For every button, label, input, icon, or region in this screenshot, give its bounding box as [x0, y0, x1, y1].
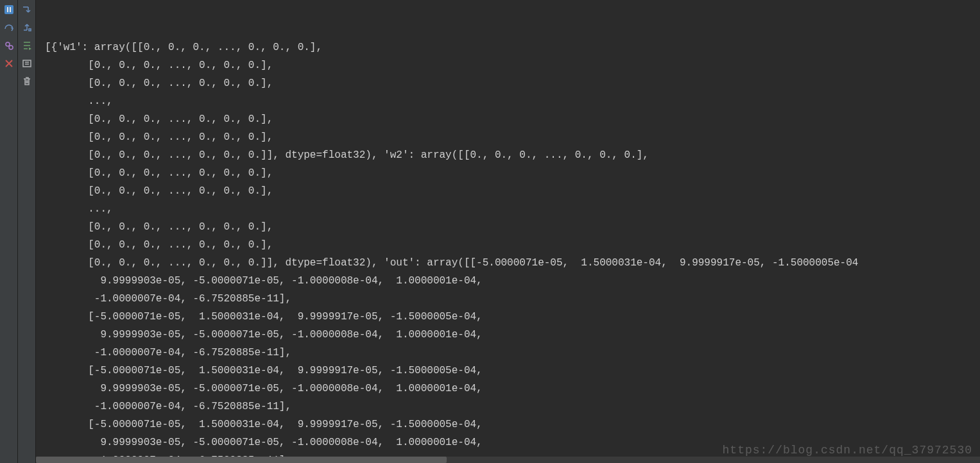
run-to-cursor-icon [22, 40, 32, 51]
console-output-panel: [{'w1': array([[0., 0., 0., ..., 0., 0.,… [36, 0, 980, 463]
trash-button[interactable] [20, 74, 34, 88]
toggle-breakpoints-icon [4, 40, 14, 51]
svg-rect-2 [10, 7, 11, 12]
trash-icon [22, 76, 32, 87]
step-out-button[interactable] [20, 21, 34, 35]
svg-point-3 [6, 42, 10, 46]
debugger-toolbar-left [0, 0, 18, 463]
run-to-cursor-button[interactable] [20, 38, 34, 53]
step-into-button[interactable] [20, 3, 34, 17]
pause-button[interactable] [2, 3, 16, 17]
console-output-text[interactable]: [{'w1': array([[0., 0., 0., ..., 0., 0.,… [45, 38, 980, 463]
pause-icon [4, 4, 14, 15]
step-into-icon [22, 4, 32, 15]
svg-point-4 [9, 46, 13, 49]
scrollbar-thumb[interactable] [36, 457, 447, 463]
evaluate-button[interactable] [20, 56, 34, 71]
svg-rect-0 [4, 5, 13, 14]
toggle-breakpoints-button[interactable] [2, 38, 16, 53]
step-over-icon [4, 22, 14, 33]
debugger-toolbar-right [18, 0, 36, 463]
step-over-button[interactable] [2, 21, 16, 35]
stop-button[interactable] [2, 56, 16, 71]
step-out-icon [22, 22, 32, 33]
svg-rect-5 [29, 29, 31, 31]
evaluate-icon [22, 58, 32, 69]
horizontal-scrollbar[interactable] [36, 457, 980, 463]
svg-rect-6 [23, 60, 31, 67]
svg-rect-1 [7, 7, 8, 12]
close-icon [4, 58, 14, 69]
